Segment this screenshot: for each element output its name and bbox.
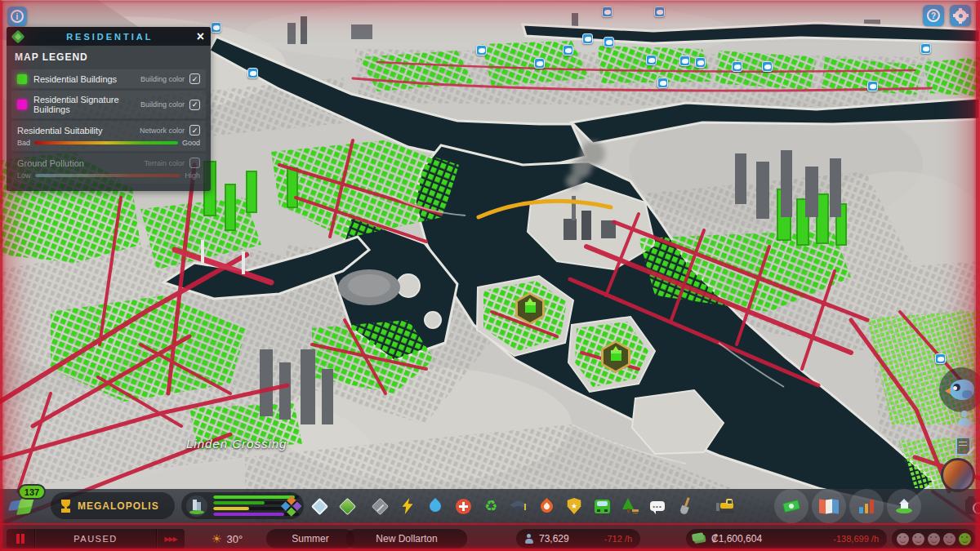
legend-row-signature-buildings: Residential Signature Buildings Building… (11, 91, 206, 118)
journal-icon (956, 437, 971, 455)
progression-button[interactable] (887, 489, 921, 523)
chirp-marker[interactable] (679, 56, 690, 66)
milestone-button[interactable]: MEGALOPOLIS (51, 492, 175, 519)
chirp-marker[interactable] (646, 55, 657, 65)
speed-state-label: PAUSED (35, 534, 156, 544)
happiness-face-icon (928, 533, 940, 545)
money-value: ₡1,600,604 (711, 533, 827, 544)
star-icon: ★ (571, 502, 577, 510)
city-name-button[interactable]: New Dollarton (346, 529, 467, 549)
happiness-button[interactable] (892, 529, 975, 549)
chirp-marker[interactable] (476, 45, 487, 56)
terrain-tool[interactable] (333, 492, 361, 520)
parks-recreation-tool[interactable] (616, 492, 644, 520)
chirper-bird-icon (950, 380, 974, 400)
statistics-button[interactable] (849, 489, 884, 523)
journal-button[interactable] (952, 434, 973, 457)
chirp-marker[interactable] (935, 353, 946, 364)
info-icon: i (11, 10, 24, 23)
photo-thumbnail-button[interactable] (941, 458, 975, 492)
help-button[interactable]: ? (923, 5, 944, 26)
city-name-label: New Dollarton (376, 533, 437, 544)
info-views-button[interactable]: i (7, 7, 27, 26)
row-mode-label: Network color (140, 127, 185, 135)
chirp-marker[interactable] (211, 22, 221, 33)
chirp-marker[interactable] (657, 78, 668, 88)
followed-citizen-button[interactable] (952, 407, 977, 431)
legend-row-residential-buildings: Residential Buildings Building color ✓ (11, 69, 206, 88)
communications-tool[interactable]: ••• (644, 492, 671, 520)
transportation-tool[interactable] (588, 492, 616, 520)
chirp-marker[interactable] (534, 58, 545, 69)
simulation-speed-control: PAUSED ▶▶▶ (7, 529, 185, 549)
chirp-marker[interactable] (695, 57, 706, 68)
photo-mode-button[interactable] (965, 499, 980, 514)
gear-icon (955, 10, 967, 22)
fire-rescue-tool[interactable] (532, 492, 560, 520)
lightning-icon (400, 498, 415, 514)
house-up-icon (611, 353, 621, 361)
bulldozer-icon (716, 499, 736, 513)
chirp-marker[interactable] (732, 61, 742, 72)
checkbox-unchecked[interactable] (189, 158, 200, 168)
season-display: Summer (266, 529, 354, 549)
close-icon[interactable]: × (197, 30, 204, 43)
checkbox-checked[interactable]: ✓ (189, 73, 200, 84)
chirp-marker[interactable] (867, 81, 878, 91)
landscaping-tool[interactable] (671, 492, 699, 520)
water-drop-icon (427, 498, 443, 514)
chirp-marker[interactable] (604, 37, 614, 47)
areas-tool[interactable] (305, 492, 333, 520)
district-label: Linden Crossing (186, 437, 287, 451)
row-label: Residential Signature Buildings (33, 95, 140, 114)
fast-forward-button[interactable]: ▶▶▶ (157, 529, 185, 549)
bulldozer-tool[interactable] (712, 492, 740, 520)
house-icon (894, 499, 914, 513)
row-label: Ground Pollution (17, 158, 144, 168)
electricity-tool[interactable] (394, 492, 421, 520)
temperature-display: ☀ 30° (194, 529, 260, 549)
chirp-marker[interactable] (920, 43, 931, 54)
checkbox-checked[interactable]: ✓ (189, 100, 200, 110)
roads-icon (371, 497, 388, 514)
chirp-marker[interactable] (563, 45, 573, 56)
population-button[interactable]: 73,629 -712 /h (516, 529, 640, 549)
tree-bench-icon (621, 498, 639, 514)
chirp-marker[interactable] (247, 68, 258, 78)
chirper-button[interactable] (939, 367, 980, 412)
legend-section-title: MAP LEGEND (7, 46, 211, 67)
suitability-gradient (34, 141, 178, 144)
economy-button[interactable] (774, 489, 808, 523)
map-info-button[interactable] (812, 489, 846, 523)
flame-icon (537, 497, 555, 514)
education-tool[interactable] (505, 492, 532, 520)
chirp-marker[interactable] (602, 7, 612, 17)
scale-max-label: High (185, 171, 200, 180)
water-sewage-tool[interactable] (421, 492, 449, 520)
toolbar-tools: ♻ ★ ••• (278, 489, 980, 523)
row-mode-label: Building color (140, 100, 185, 109)
trophy-icon (60, 500, 71, 512)
settings-button[interactable] (950, 5, 971, 26)
zones-tool[interactable] (278, 492, 305, 520)
shovel-icon (676, 495, 695, 517)
pollution-gradient (35, 174, 181, 177)
money-icon (693, 534, 706, 543)
chirp-marker[interactable] (582, 33, 593, 44)
garbage-tool[interactable]: ♻ (477, 492, 505, 520)
police-tool[interactable]: ★ (560, 492, 588, 520)
chirp-marker[interactable] (762, 61, 773, 72)
main-toolbar: 137 MEGALOPOLIS ♻ ★ (0, 489, 980, 523)
pause-button[interactable] (7, 529, 34, 549)
healthcare-tool[interactable] (449, 492, 477, 520)
legend-header[interactable]: RESIDENTIAL × (7, 27, 211, 46)
milestone-label: MEGALOPOLIS (78, 500, 159, 512)
signature-swatch (17, 100, 27, 109)
chirp-marker[interactable] (654, 7, 665, 17)
roads-tool[interactable] (366, 492, 394, 520)
money-icon (782, 500, 800, 513)
checkbox-checked[interactable]: ✓ (189, 125, 200, 136)
map-tiles-button[interactable]: 137 (5, 479, 51, 522)
money-button[interactable]: ₡1,600,604 -138,699 /h (686, 529, 887, 549)
happiness-face-icon (959, 533, 971, 545)
